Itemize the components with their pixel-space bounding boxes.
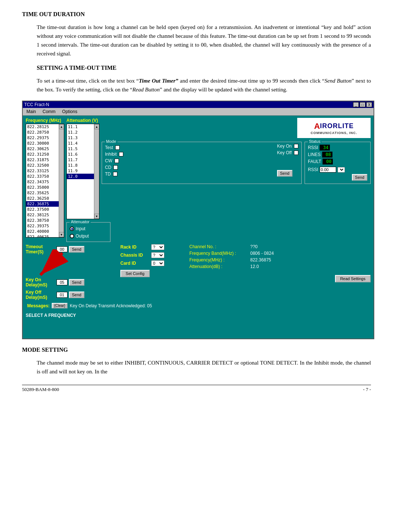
freq-list[interactable]: 822.28125822.28750822.29375822.30000822.… (26, 124, 64, 238)
menu-main[interactable]: Main (25, 109, 37, 115)
freq-item[interactable]: 822.38750 (26, 218, 59, 223)
menu-options[interactable]: Options (61, 109, 79, 115)
card-id-label: Card ID (120, 261, 150, 266)
mode-test[interactable]: Test (105, 145, 123, 150)
freq-item[interactable]: 822.31250 (26, 152, 59, 157)
lines-label: LINES (308, 152, 321, 157)
atten-item[interactable]: 11.6 (67, 152, 94, 157)
atten-item[interactable]: 11.3 (67, 135, 94, 141)
keyoff-delay-input[interactable] (57, 292, 68, 298)
freq-item[interactable]: 822.32500 (26, 163, 59, 168)
rssi-input[interactable] (320, 167, 336, 173)
freq-item[interactable]: 822.30000 (26, 141, 59, 146)
mode-cw[interactable]: CW (105, 158, 123, 163)
freq-item[interactable]: 822.36250 (26, 196, 59, 201)
keyoff-delay-send-btn[interactable]: Send (69, 292, 84, 298)
atten-item[interactable]: 11.5 (67, 146, 94, 152)
atten-db-value: 12.0 (250, 264, 259, 269)
output-radio-row[interactable]: Output (70, 234, 107, 239)
atten-item[interactable]: 11.4 (67, 141, 94, 146)
td-checkbox[interactable] (113, 172, 117, 176)
doc-footer: 50289-BAM-8-800 - 7 - (22, 385, 371, 392)
freq-item[interactable]: 822.29375 (26, 135, 59, 141)
close-btn[interactable]: X (366, 102, 372, 107)
freq-item[interactable]: 822.33750 (26, 174, 59, 179)
atten-item[interactable]: 11.8 (67, 163, 94, 168)
freq-item[interactable]: 822.33125 (26, 168, 59, 174)
keyon-row[interactable]: Key On (277, 144, 298, 149)
set-config-btn[interactable]: Set Config (120, 270, 150, 277)
channel-no-label: Channel No. : (189, 244, 248, 249)
rssi-input-label: RSSI (308, 167, 318, 172)
mode-send-btn[interactable]: Send (277, 170, 292, 177)
mode-td[interactable]: TD (105, 171, 123, 177)
output-radio[interactable] (70, 234, 74, 238)
freq-item[interactable]: 822.40000 (26, 229, 59, 234)
atten-label: Attenuation (V) (66, 118, 99, 123)
freq-item[interactable]: 822.28750 (26, 130, 59, 135)
freq-item[interactable]: 822.36875 (26, 201, 59, 207)
atten-list[interactable]: 11.111.211.311.411.511.611.711.811.912.0… (66, 124, 99, 219)
input-radio-row[interactable]: Input (70, 226, 107, 231)
rssi-dropdown[interactable] (338, 167, 345, 173)
atten-scrollbar[interactable]: ▲ ▼ (94, 124, 99, 219)
input-radio[interactable] (70, 227, 74, 231)
freq-scrollbar[interactable]: ▲ ▼ (59, 124, 64, 237)
td-label: TD (105, 171, 111, 177)
rack-id-select[interactable]: ? (151, 244, 164, 250)
freq-item[interactable]: 822.35625 (26, 190, 59, 196)
maximize-btn[interactable]: □ (360, 102, 365, 107)
atten-item[interactable]: 11.1 (67, 124, 94, 130)
rack-panel: Rack ID ? Chassis ID ? Card (120, 244, 186, 300)
scroll-down-btn[interactable]: ▼ (59, 232, 64, 237)
minimize-btn[interactable]: _ (353, 102, 359, 107)
freq-item[interactable]: 822.31875 (26, 157, 59, 163)
rack-id-label: Rack ID (120, 245, 150, 250)
freq-item[interactable]: 822.39375 (26, 223, 59, 229)
freq-item[interactable]: 822.28125 (26, 124, 59, 130)
freq-row: Frequency(MHz) : 822.36875 (189, 257, 371, 263)
freq-item[interactable]: 822.37500 (26, 207, 59, 212)
title-bar-buttons: _ □ X (353, 102, 372, 107)
atten-item[interactable]: 11.9 (67, 168, 94, 174)
freq-item[interactable]: 822.38125 (26, 212, 59, 218)
atten-scroll-down[interactable]: ▼ (94, 214, 99, 219)
atten-row: Attenuation(dB) : 12.0 (189, 264, 371, 269)
menu-comm[interactable]: Comm (41, 109, 57, 115)
para2-part2: and enter the desired time-out time up t… (178, 78, 325, 84)
footer-right: - 7 - (363, 387, 371, 392)
mode-inhibit[interactable]: Inhibit (105, 152, 123, 157)
keyon-checkbox[interactable] (294, 144, 298, 148)
footer-left: 50289-BAM-8-800 (22, 387, 59, 392)
keyon-delay-send-btn[interactable]: Send (69, 279, 84, 286)
atten-panel: Attenuation (V) 11.111.211.311.411.511.6… (66, 118, 99, 242)
freq-item[interactable]: 822.35000 (26, 185, 59, 190)
freq-item[interactable]: 822.34375 (26, 179, 59, 185)
mode-cd[interactable]: CD (105, 165, 123, 170)
atten-item[interactable]: 11.2 (67, 130, 94, 135)
scroll-up-btn[interactable]: ▲ (59, 124, 64, 129)
messages-bar: Messages: {Clear} Key On Delay Transmit … (26, 302, 371, 309)
keyon-delay-input[interactable] (57, 279, 68, 285)
freq-panel: Frequency (MHz) 822.28125822.28750822.29… (26, 118, 64, 238)
atten-item[interactable]: 11.7 (67, 157, 94, 163)
freq-item[interactable]: 822.30625 (26, 146, 59, 152)
chassis-id-select[interactable]: ? (151, 252, 164, 258)
keyon-label: Key On (277, 144, 292, 149)
atten-item[interactable]: 12.0 (67, 174, 94, 179)
freq-mhz-value: 822.36875 (250, 257, 271, 263)
attenuator-legend: Attenuator (70, 220, 91, 224)
logo-a: A (314, 122, 320, 131)
cw-checkbox[interactable] (114, 159, 119, 163)
test-checkbox[interactable] (115, 145, 120, 150)
read-settings-btn[interactable]: Read Settings (335, 275, 371, 282)
freq-item[interactable]: 822.40625 (26, 234, 59, 238)
cd-checkbox[interactable] (113, 165, 118, 170)
keyoff-row[interactable]: Key Off (277, 150, 298, 155)
card-id-select[interactable]: 0 (151, 260, 164, 266)
status-send-btn[interactable]: Send (352, 174, 367, 181)
atten-scroll-up[interactable]: ▲ (94, 124, 99, 129)
inhibit-checkbox[interactable] (119, 152, 123, 156)
clear-btn[interactable]: {Clear} (52, 303, 68, 308)
keyoff-checkbox[interactable] (294, 151, 298, 155)
